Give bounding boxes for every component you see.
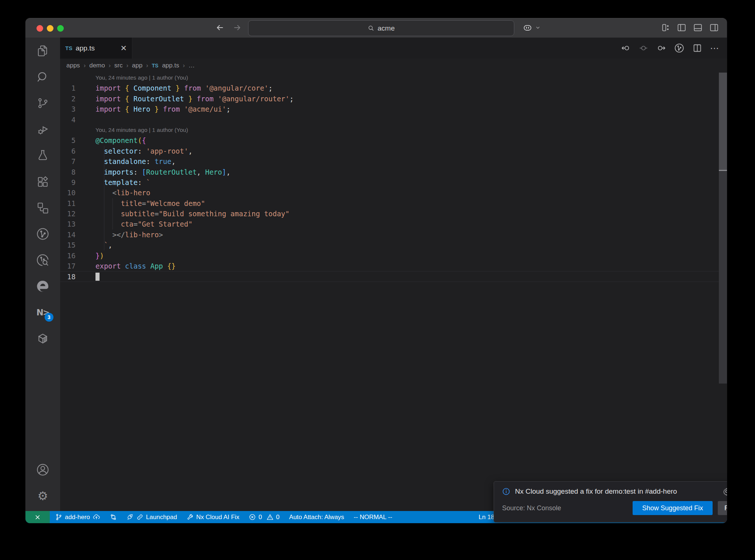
code-line[interactable]: 10 <lib-hero [60,188,727,198]
codelens-annotation: You, 24 minutes ago | 1 author (You) [95,125,727,135]
sidebar-item-explorer[interactable] [25,38,60,64]
source-control-icon [36,97,49,110]
breadcrumb-item[interactable]: demo [89,62,105,69]
code-line[interactable]: 2import { RouterOutlet } from '@angular/… [60,94,727,104]
search-icon [368,25,375,32]
code-line[interactable]: 5@Component({ [60,135,727,146]
status-auto-attach[interactable]: Auto Attach: Always [289,514,344,521]
sidebar-item-commit-graph[interactable] [25,221,60,247]
remote-indicator[interactable] [25,511,50,523]
breadcrumb-separator: › [146,62,148,69]
history-back-icon[interactable] [215,23,225,32]
command-center-search[interactable]: acme [248,20,514,36]
code-line[interactable]: 1import { Component } from '@angular/cor… [60,83,727,93]
code-line[interactable]: 18 [60,271,727,281]
code-line[interactable]: 12 subtitle="Build something amazing tod… [60,209,727,219]
code-line[interactable]: 8 imports: [RouterOutlet, Hero], [60,167,727,177]
toggle-secondary-sidebar-icon[interactable] [709,23,719,32]
status-vim-mode[interactable]: -- NORMAL -- [354,514,392,521]
show-suggested-fix-button[interactable]: Show Suggested Fix [633,501,713,515]
source-graph-icon[interactable] [674,43,685,53]
go-back-icon[interactable] [621,43,631,53]
typescript-file-icon: TS [152,63,159,69]
sidebar-item-hierarchy[interactable] [25,195,60,221]
breadcrumb-file[interactable]: app.ts [162,62,179,69]
status-git-compare[interactable] [110,514,117,521]
code-line[interactable]: 14 ></lib-hero> [60,230,727,240]
sidebar-item-nx-console[interactable]: N> 3 [25,299,60,325]
code-line[interactable]: 13 cta="Get Started" [60,219,727,229]
link-icon [136,514,143,521]
status-launchpad[interactable]: Launchpad [126,514,177,521]
container-icon [36,332,49,345]
zoom-window-button[interactable] [57,25,64,32]
code-line[interactable]: 4 [60,115,727,125]
breadcrumb-item[interactable]: apps [66,62,80,69]
chevron-down-icon [535,25,541,31]
split-editor-icon[interactable] [692,43,702,53]
testing-icon [36,149,49,162]
traffic-lights [36,25,64,32]
codelens-row[interactable]: You, 24 minutes ago | 1 author (You) [60,125,727,135]
status-branch[interactable]: add-hero [55,513,100,521]
copilot-menu[interactable] [522,22,541,33]
customize-layout-icon[interactable] [661,23,670,32]
tab-app-ts[interactable]: TS app.ts ✕ [60,38,132,59]
sidebar-item-source-control[interactable] [25,90,60,116]
code-line[interactable]: 7 standalone: true, [60,156,727,167]
code-editor[interactable]: You, 24 minutes ago | 1 author (You)1imp… [60,73,727,511]
line-number: 3 [60,104,76,114]
commit-graph-search-icon [36,253,50,267]
settings-gear-icon: ⚙ [38,490,48,502]
notification-source: Source: Nx Console [502,504,633,512]
toggle-panel-icon[interactable] [693,23,703,32]
breadcrumb-ellipsis[interactable]: … [188,62,195,69]
status-problems[interactable]: 0 0 [249,514,279,521]
code-line[interactable]: 17export class App {} [60,261,727,271]
close-tab-icon[interactable]: ✕ [120,44,127,52]
breadcrumb[interactable]: apps› demo› src› app› TS app.ts› … [60,59,727,73]
settings-button[interactable]: ⚙ [25,483,60,509]
go-to-icon[interactable] [639,43,648,53]
go-forward-icon[interactable] [656,43,666,53]
notification-settings-gear-icon[interactable] [723,487,727,496]
status-nx-cloud-fix[interactable]: Nx Cloud AI Fix [187,514,239,521]
breadcrumb-separator: › [109,62,111,69]
code-line[interactable]: 9 template: ` [60,177,727,188]
codelens-annotation: You, 24 minutes ago | 1 author (You) [95,73,727,83]
sidebar-item-commit-graph-search[interactable] [25,247,60,273]
toggle-sidebar-icon[interactable] [677,23,686,32]
sidebar-item-testing[interactable] [25,142,60,168]
account-button[interactable] [25,456,60,483]
editor-actions: ⋯ [621,38,727,59]
tab-bar[interactable]: TS app.ts ✕ ⋯ [60,38,727,59]
vertical-scrollbar[interactable] [719,73,727,511]
code-line[interactable]: 6 selector: 'app-root', [60,146,727,156]
typescript-file-icon: TS [65,45,72,51]
code-line[interactable]: 3import { Hero } from '@acme/ui'; [60,104,727,114]
code-line[interactable]: 16}) [60,251,727,261]
remote-icon [34,514,41,521]
sidebar-item-search[interactable] [25,64,60,90]
line-number: 16 [60,251,76,261]
extensions-icon [36,175,49,188]
rocket-icon [126,514,134,521]
breadcrumb-item[interactable]: src [114,62,123,69]
history-forward-icon[interactable] [232,23,242,32]
breadcrumb-separator: › [84,62,86,69]
sidebar-item-edge-tools[interactable] [25,273,60,299]
sidebar-item-extensions[interactable] [25,168,60,195]
sidebar-item-containers[interactable] [25,325,60,351]
reject-button[interactable]: Reject [718,501,727,515]
code-line[interactable]: 11 title="Welcmoe demo" [60,198,727,209]
close-window-button[interactable] [36,25,43,32]
line-number [60,125,76,135]
activity-bar: N> 3 ⚙ [25,38,60,511]
breadcrumb-item[interactable]: app [132,62,142,69]
minimize-window-button[interactable] [47,25,53,32]
sidebar-item-run-debug[interactable] [25,116,60,142]
codelens-row[interactable]: You, 24 minutes ago | 1 author (You) [60,73,727,83]
code-line[interactable]: 15 `, [60,240,727,250]
scrollbar-slider[interactable] [719,73,727,170]
more-actions-icon[interactable]: ⋯ [710,46,719,50]
